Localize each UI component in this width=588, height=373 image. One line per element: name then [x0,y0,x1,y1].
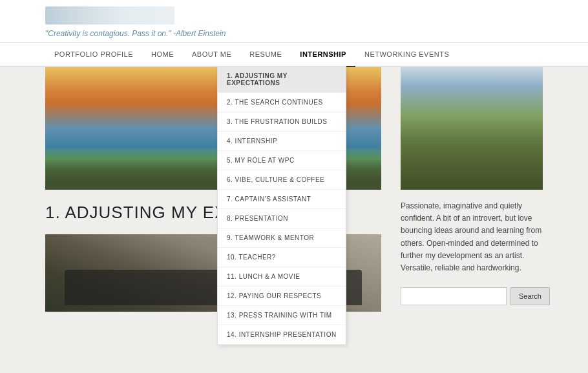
cliffs-image [401,67,543,190]
nav-item-networking[interactable]: NETWORKING EVENTS [355,43,458,66]
nav-item-internship[interactable]: INTERNSHIP [291,43,355,67]
nav-item-about[interactable]: ABOUT ME [183,43,240,66]
dropdown-item-1[interactable]: 1. ADJUSTING MY EXPECTATIONS [218,66,346,93]
dropdown-item-10[interactable]: 10. TEACHER? [218,248,346,267]
dropdown-item-12[interactable]: 12. PAYING OUR RESPECTS [218,287,346,306]
dropdown-item-6[interactable]: 6. VIBE, CULTURE & COFFEE [218,170,346,190]
page-header: "Creativity is contagious. Pass it on." … [0,0,588,43]
search-area: Search [401,287,543,305]
nav-item-resume[interactable]: RESUME [240,43,291,66]
dropdown-item-5[interactable]: 5. MY ROLE AT WPC [218,151,346,170]
nav-item-portfolio[interactable]: PORTFOLIO PROFILE [45,43,142,66]
dropdown-item-4[interactable]: 4. INTERNSHIP [218,132,346,151]
right-hero-image [401,67,543,190]
dropdown-item-3[interactable]: 3. THE FRUSTRATION BUILDS [218,112,346,132]
main-nav: PORTFOLIO PROFILE HOME ABOUT ME RESUME I… [0,43,588,67]
search-button[interactable]: Search [510,287,550,305]
dropdown-item-8[interactable]: 8. PRESENTATION [218,209,346,228]
search-input[interactable] [401,287,507,305]
header-quote: "Creativity is contagious. Pass it on." … [45,29,226,38]
dropdown-item-11[interactable]: 11. LUNCH & A MOVIE [218,267,346,287]
dropdown-item-2[interactable]: 2. THE SEARCH CONTINUES [218,93,346,112]
dropdown-item-13[interactable]: 13. PRESS TRAINING WITH TIM [218,306,346,325]
dropdown-item-9[interactable]: 9. TEAMWORK & MENTOR [218,228,346,248]
content-right: Passionate, imaginative and quietly conf… [401,67,543,312]
nav-item-home[interactable]: HOME [142,43,183,66]
dropdown-item-14[interactable]: 14. INTERNSHIP PRESENTATION [218,325,346,345]
bio-text: Passionate, imaginative and quietly conf… [401,200,543,274]
site-logo [45,6,174,25]
dropdown-item-7[interactable]: 7. CAPTAIN'S ASSISTANT [218,190,346,209]
internship-dropdown: 1. ADJUSTING MY EXPECTATIONS 2. THE SEAR… [217,66,346,345]
